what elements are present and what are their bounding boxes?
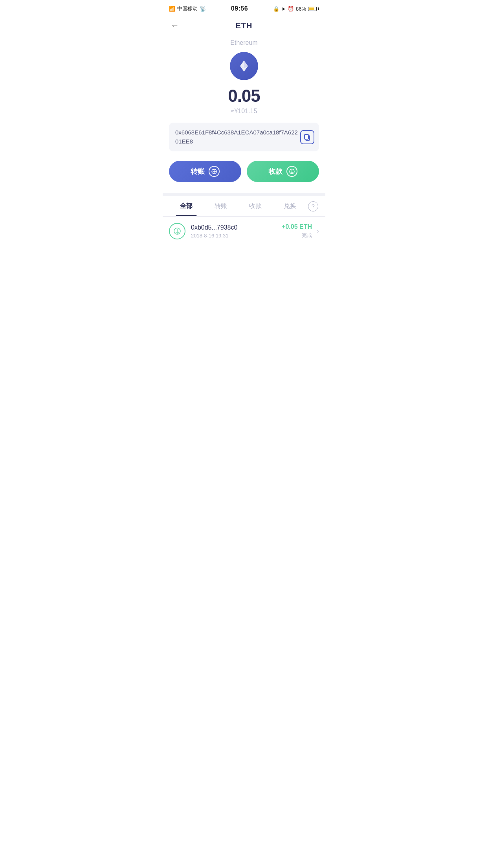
tx-date: 2018-8-16 19:31 [191, 233, 282, 239]
tx-address: 0xb0d5...7938c0 [191, 224, 282, 231]
alarm-icon: ⏰ [288, 6, 294, 12]
transfer-icon [209, 166, 220, 177]
status-time: 09:56 [231, 5, 248, 12]
tab-transfer[interactable]: 转账 [204, 196, 238, 216]
carrier-label: 中国移动 [177, 5, 198, 12]
location-icon: ➤ [281, 6, 286, 12]
transfer-label: 转账 [191, 167, 205, 176]
tx-status: 完成 [282, 232, 312, 239]
transaction-list: 0xb0d5...7938c0 2018-8-16 19:31 +0.05 ET… [163, 217, 325, 246]
wallet-address: 0x6068E61F8f4Cc638A1ECA07a0ca18f7A62201E… [175, 128, 300, 146]
copy-icon [303, 133, 311, 141]
status-right: 🔒 ➤ ⏰ 86% [273, 6, 319, 12]
table-row[interactable]: 0xb0d5...7938c0 2018-8-16 19:31 +0.05 ET… [163, 217, 325, 246]
action-buttons: 转账 收款 [163, 161, 325, 193]
transaction-tabs: 全部 转账 收款 兑换 ? [163, 196, 325, 217]
svg-marker-3 [240, 61, 244, 68]
signal-icon: 📶 [169, 6, 175, 12]
eth-logo [237, 59, 251, 73]
coin-name: Ethereum [230, 39, 257, 46]
tx-amount-section: +0.05 ETH 完成 [282, 223, 312, 239]
coin-icon [230, 52, 258, 80]
status-bar: 📶 中国移动 📡 09:56 🔒 ➤ ⏰ 86% [163, 0, 325, 16]
svg-rect-5 [305, 134, 308, 139]
tab-all[interactable]: 全部 [169, 196, 204, 216]
receive-label: 收款 [268, 167, 283, 176]
transfer-button[interactable]: 转账 [169, 161, 241, 182]
tx-chevron-right-icon: › [317, 227, 319, 235]
battery-percent: 86% [296, 6, 306, 12]
coin-fiat-value: ≈¥101.15 [231, 108, 257, 115]
tab-receive[interactable]: 收款 [238, 196, 273, 216]
section-divider [163, 193, 325, 196]
back-button[interactable]: ← [171, 21, 179, 30]
receive-icon [286, 166, 297, 177]
battery-icon [308, 7, 319, 11]
tx-receive-icon [169, 223, 185, 239]
coin-section: Ethereum 0.05 ≈¥101.15 [163, 35, 325, 123]
tx-amount: +0.05 ETH [282, 223, 312, 230]
coin-balance: 0.05 [228, 87, 260, 105]
receive-button[interactable]: 收款 [247, 161, 319, 182]
header: ← ETH [163, 16, 325, 35]
copy-address-button[interactable] [300, 130, 314, 144]
page-title: ETH [236, 21, 253, 30]
status-left: 📶 中国移动 📡 [169, 5, 206, 12]
help-button[interactable]: ? [307, 201, 319, 211]
lock-icon: 🔒 [273, 6, 279, 12]
tab-exchange[interactable]: 兑换 [273, 196, 307, 216]
address-section: 0x6068E61F8f4Cc638A1ECA07a0ca18f7A62201E… [169, 123, 319, 151]
tx-info: 0xb0d5...7938c0 2018-8-16 19:31 [191, 224, 282, 239]
svg-marker-2 [244, 61, 248, 68]
wifi-icon: 📡 [200, 6, 206, 12]
